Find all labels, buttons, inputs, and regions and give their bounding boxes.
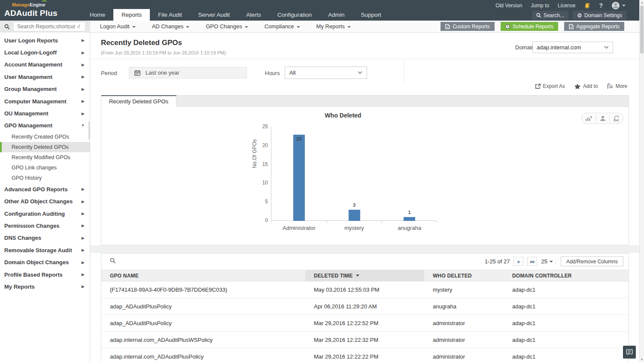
add-remove-columns-button[interactable]: Add/Remove Columns <box>561 256 623 266</box>
add-to-button[interactable]: Add to <box>574 83 598 89</box>
column-header-who-deleted[interactable]: WHO DELETED <box>424 270 504 281</box>
sidebar-item-account-management[interactable]: Account Management▶ <box>0 59 90 71</box>
table-cell: adap-dc1 <box>504 298 629 314</box>
last-page-button[interactable]: ▶▶ <box>527 257 537 266</box>
scroll-down-icon[interactable]: ▼ <box>640 358 644 361</box>
sidebar-subitem-gpo-link-changes[interactable]: GPO Link changes <box>0 163 90 173</box>
menu-ad-changes[interactable]: AD Changes <box>144 21 198 32</box>
column-header-gpo-name[interactable]: GPO NAME <box>101 270 305 281</box>
logo-manage-text: Manage <box>12 2 30 7</box>
column-header-deleted-time[interactable]: DELETED TIME <box>305 270 424 281</box>
add-chart-icon[interactable] <box>582 115 595 122</box>
y-tick-10: 10 <box>252 180 268 186</box>
sidebar-item-removable-storage-audit[interactable]: Removable Storage Audit▶ <box>0 244 90 256</box>
chevron-right-icon: ▶ <box>82 38 85 42</box>
nav-tab-home[interactable]: Home <box>82 9 113 21</box>
column-header-domain-controller[interactable]: DOMAIN CONTROLLER <box>504 270 629 281</box>
vertical-scrollbar[interactable]: ▲ ▼ <box>639 0 644 362</box>
help-icon[interactable]: ? <box>599 2 603 9</box>
sidebar-item-permission-changes[interactable]: Permission Changes▶ <box>0 220 90 232</box>
nav-tab-admin[interactable]: Admin <box>320 9 352 21</box>
menu-my-reports[interactable]: My Reports <box>308 21 359 32</box>
nav-tab-server-audit[interactable]: Server Audit <box>190 9 238 21</box>
table-cell: administrator <box>424 348 504 362</box>
table-row[interactable]: adap.internal.com_ADAuditPlusWSPolicyMar… <box>101 332 629 348</box>
feedback-chat-button[interactable] <box>623 346 636 359</box>
global-search-button[interactable]: Search... <box>532 11 568 20</box>
scrollbar-thumb[interactable] <box>640 6 644 54</box>
sidebar-item-local-logon-logoff[interactable]: Local Logon-Logoff▶ <box>0 46 90 58</box>
sidebar-item-my-reports[interactable]: My Reports▶ <box>0 281 90 293</box>
nav-tab-reports[interactable]: Reports <box>113 9 150 21</box>
license-link[interactable]: License <box>558 3 575 9</box>
chevron-right-icon: ▶ <box>82 99 85 103</box>
nav-tab-configuration[interactable]: Configuration <box>269 9 320 21</box>
sidebar-item-label: GPO Management <box>4 122 81 129</box>
tab-recently-deleted-gpos[interactable]: Recently Deleted GPOs <box>101 95 176 107</box>
nav-tab-file-audit[interactable]: File Audit <box>150 9 190 21</box>
menu-compliance[interactable]: Compliance <box>256 21 308 32</box>
chevron-right-icon: ▶ <box>82 236 85 240</box>
aggregate-reports-button[interactable]: Aggregate Reports <box>564 22 624 31</box>
sidebar-item-configuration-auditing[interactable]: Configuration Auditing▶ <box>0 208 90 220</box>
more-button[interactable]: More <box>608 83 627 89</box>
user-chart-icon[interactable] <box>595 115 609 122</box>
sidebar-subitem-recently-created-gpos[interactable]: Recently Created GPOs <box>0 132 90 142</box>
sidebar-subitem-recently-modified-gpos[interactable]: Recently Modified GPOs <box>0 152 90 163</box>
header-divider <box>90 59 639 59</box>
sidebar-item-ou-management[interactable]: OU Management▶ <box>0 107 90 119</box>
table-search-icon[interactable] <box>110 258 116 265</box>
report-search-input[interactable] <box>13 22 85 31</box>
menu-gpo-changes[interactable]: GPO Changes <box>197 21 256 32</box>
report-icon <box>445 24 450 29</box>
nav-tab-alerts[interactable]: Alerts <box>238 9 269 21</box>
schedule-reports-button[interactable]: Schedule Reports <box>501 22 558 31</box>
sidebar-item-profile-based-reports[interactable]: Profile Based Reports▶ <box>0 268 90 281</box>
refresh-chart-icon[interactable] <box>609 115 623 122</box>
x-axis-tick <box>382 221 382 223</box>
y-tick-0: 0 <box>252 217 268 223</box>
scroll-up-icon[interactable]: ▲ <box>640 1 644 4</box>
report-sidebar: User Logon Reports▶Local Logon-Logoff▶Ac… <box>0 33 90 362</box>
old-version-link[interactable]: Old Version <box>495 3 522 9</box>
sidebar-subitem-gpo-history[interactable]: GPO History <box>0 173 90 183</box>
nav-tab-support[interactable]: Support <box>352 9 389 21</box>
sidebar-subitem-recently-deleted-gpos[interactable]: Recently Deleted GPOs <box>0 142 90 152</box>
chevron-right-icon: ▶ <box>82 51 85 55</box>
custom-reports-button[interactable]: Custom Reports <box>440 22 495 31</box>
sidebar-item-user-management[interactable]: User Management▶ <box>0 71 90 83</box>
next-page-button[interactable]: ▶ <box>513 257 523 266</box>
table-row[interactable]: adap_ADAuditPlusPolicyApr 06,2016 11:29:… <box>101 298 629 315</box>
table-cell: adap_ADAuditPlusPolicy <box>101 315 305 331</box>
chat-bubble-icon <box>626 349 633 356</box>
sidebar-item-computer-management[interactable]: Computer Management▶ <box>0 95 90 107</box>
chevron-right-icon: ▶ <box>82 223 85 228</box>
sidebar-item-user-logon-reports[interactable]: User Logon Reports▶ <box>0 34 90 46</box>
hours-select[interactable]: All <box>285 66 367 79</box>
sidebar-item-other-ad-object-changes[interactable]: Other AD Object Changes▶ <box>0 196 90 208</box>
sidebar-item-domain-object-changes[interactable]: Domain Object Changes▶ <box>0 256 90 268</box>
jump-to-link[interactable]: Jump to <box>531 3 549 9</box>
export-as-button[interactable]: Export As <box>535 83 565 89</box>
more-icon <box>608 84 613 89</box>
pagination-range: 1-25 of 27 <box>485 258 510 265</box>
table-row[interactable]: {F1741418-99A3-40F0-9DB9-7B7DD6E9C033}Ma… <box>101 281 629 298</box>
sidebar-item-group-management[interactable]: Group Management▶ <box>0 83 90 95</box>
table-panel: 1-25 of 27 ▶ ▶▶ 25 Add/Remove Columns GP… <box>101 253 629 362</box>
domain-settings-button[interactable]: Domain Settings <box>573 11 626 20</box>
domain-label: Domain <box>515 44 535 51</box>
notification-bell-icon[interactable]: 0 <box>584 3 590 9</box>
period-input[interactable]: Last one year <box>129 67 247 78</box>
sidebar-item-label: User Logon Reports <box>4 37 82 44</box>
sidebar-item-label: Domain Object Changes <box>4 259 82 265</box>
sidebar-item-advanced-gpo-reports[interactable]: Advanced GPO Reports▶ <box>0 183 90 195</box>
page-size-select[interactable]: 25 <box>541 258 556 265</box>
table-row[interactable]: adap_ADAuditPlusPolicyMar 29,2016 12:22:… <box>101 315 629 332</box>
user-menu[interactable] <box>611 1 626 10</box>
table-cell: administrator <box>424 332 504 348</box>
domain-select[interactable]: adap.internal.com <box>532 42 613 53</box>
menu-logon-audit[interactable]: Logon Audit <box>92 21 144 32</box>
sidebar-item-dns-changes[interactable]: DNS Changes▶ <box>0 232 90 244</box>
sidebar-item-gpo-management[interactable]: GPO Management▼ <box>0 120 90 132</box>
table-row[interactable]: adap.internal.com_ADAuditPlusPolicyMar 2… <box>101 348 629 362</box>
